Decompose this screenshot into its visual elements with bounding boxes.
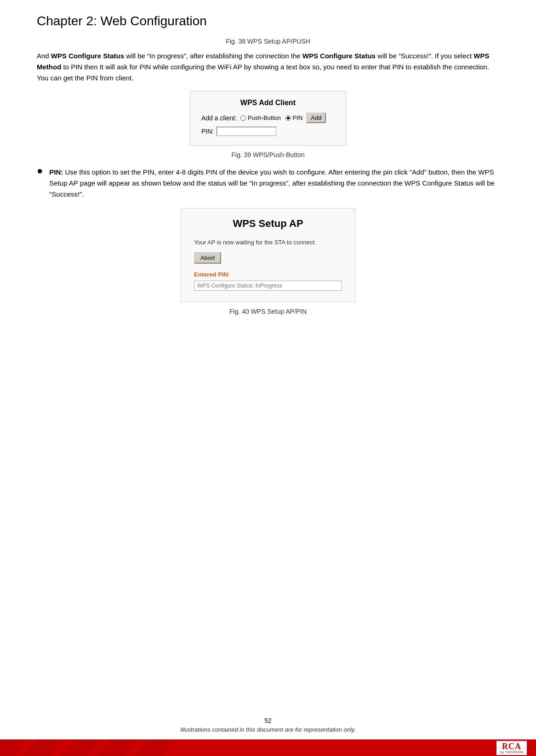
wps-add-client-box: WPS Add Client Add a client: Push-Button… xyxy=(190,91,346,146)
pin-bold: PIN: xyxy=(49,168,63,176)
svg-marker-3 xyxy=(97,739,138,756)
push-button-label: Push-Button xyxy=(248,114,281,121)
svg-marker-4 xyxy=(133,739,175,756)
svg-marker-2 xyxy=(60,739,101,756)
svg-marker-0 xyxy=(0,739,28,756)
radio-pin-circle[interactable] xyxy=(285,115,291,121)
red-bar-decoration xyxy=(0,739,414,756)
pin-field-label: PIN: xyxy=(201,128,214,135)
bullet-dot: ● xyxy=(37,165,43,177)
bold-wps-configure-status-2: WPS Configure Status xyxy=(302,52,376,60)
red-bar-shapes xyxy=(0,739,429,756)
pin-bullet-section: ● PIN: Use this option to set the PIN, e… xyxy=(37,167,499,200)
wps-setup-ap-box: WPS Setup AP Your AP is now waiting for … xyxy=(181,208,355,302)
fig39-caption: Fig. 39 WPS/Push-Button xyxy=(37,151,499,158)
pin-row: PIN: xyxy=(201,127,335,136)
pin-description: Use this option to set the PIN, enter 4-… xyxy=(49,168,495,198)
thomson-text: by THOMSON xyxy=(500,750,523,754)
wps-setup-ap-title: WPS Setup AP xyxy=(194,218,342,230)
intro-paragraph: And WPS Configure Status will be “In pro… xyxy=(37,51,499,84)
bold-wps-configure-status-1: WPS Configure Status xyxy=(51,52,124,60)
wps-status-input[interactable] xyxy=(194,281,342,291)
add-client-label: Add a client: xyxy=(201,114,237,122)
page-footer: 52 Illustrations contained in this docum… xyxy=(0,717,536,733)
radio-group: Push-Button PIN xyxy=(240,114,302,121)
radio-pin[interactable]: PIN xyxy=(285,114,303,121)
svg-marker-1 xyxy=(23,739,64,756)
red-bar: RCA by THOMSON xyxy=(0,739,536,756)
rca-logo: RCA by THOMSON xyxy=(496,741,527,755)
abort-button[interactable]: Abort xyxy=(194,252,221,264)
footer-text: Illustrations contained in this document… xyxy=(0,726,536,733)
add-client-row: Add a client: Push-Button PIN Add xyxy=(201,113,335,123)
entered-pin-label: Entered PIN: xyxy=(194,271,342,278)
wps-add-client-title: WPS Add Client xyxy=(201,99,335,107)
wps-info-text: Your AP is now waiting for the STA to co… xyxy=(194,239,342,246)
radio-push-button-circle[interactable] xyxy=(240,115,246,121)
pin-input[interactable] xyxy=(217,127,276,136)
chapter-title: Chapter 2: Web Configuration xyxy=(37,14,499,28)
add-button[interactable]: Add xyxy=(306,113,326,123)
page-number: 52 xyxy=(0,717,536,724)
radio-push-button[interactable]: Push-Button xyxy=(240,114,281,121)
pin-radio-label: PIN xyxy=(293,114,303,121)
rca-text: RCA xyxy=(502,742,521,750)
fig38-caption: Fig. 38 WPS Setup AP/PUSH xyxy=(37,38,499,45)
fig40-caption: Fig. 40 WPS Setup AP/PIN xyxy=(37,308,499,315)
pin-bullet-text: PIN: Use this option to set the PIN, ent… xyxy=(49,167,499,200)
